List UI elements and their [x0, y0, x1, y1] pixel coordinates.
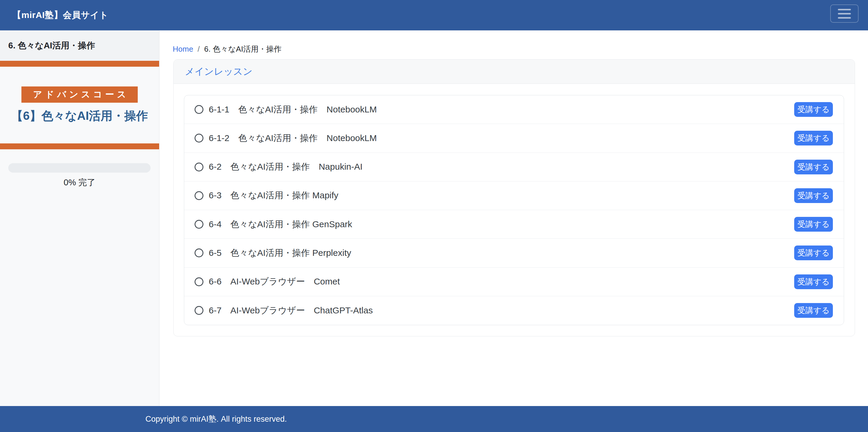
card-header: メインレッスン [174, 60, 855, 84]
lesson-title: 6-7 AI-Webブラウザー ChatGPT-Atlas [209, 304, 373, 317]
progress-bar [8, 163, 151, 173]
course-badge: アドバンスコース [21, 87, 138, 103]
breadcrumb-separator: / [197, 44, 199, 54]
lesson-row: 6-4 色々なAI活用・操作 GenSpark受講する [184, 210, 844, 239]
attend-button[interactable]: 受講する [794, 188, 833, 203]
lesson-title: 6-2 色々なAI活用・操作 Napukin-AI [209, 161, 363, 173]
sidebar-divider-bottom [0, 143, 159, 149]
sidebar-divider-top [0, 61, 159, 67]
lesson-title: 6-3 色々なAI活用・操作 Mapify [209, 190, 338, 202]
sidebar-chapter-heading: 6. 色々なAI活用・操作 [0, 30, 159, 61]
attend-button[interactable]: 受講する [794, 274, 833, 289]
lesson-title: 6-1-1 色々なAI活用・操作 NotebookLM [209, 104, 377, 116]
lesson-status-circle-icon[interactable] [194, 105, 204, 114]
lesson-status-circle-icon[interactable] [194, 220, 204, 229]
sidebar: 6. 色々なAI活用・操作 アドバンスコース 【6】色々なAI活用・操作 0% … [0, 30, 159, 406]
attend-button[interactable]: 受講する [794, 303, 833, 318]
lesson-row: 6-2 色々なAI活用・操作 Napukin-AI受講する [184, 153, 844, 181]
attend-button[interactable]: 受講する [794, 217, 833, 232]
progress-label: 0% 完了 [0, 177, 159, 189]
lesson-row: 6-3 色々なAI活用・操作 Mapify受講する [184, 181, 844, 210]
lesson-title: 6-1-2 色々なAI活用・操作 NotebookLM [209, 132, 377, 144]
navbar-brand[interactable]: 【mirAI塾】会員サイト [12, 9, 108, 21]
lesson-row: 6-5 色々なAI活用・操作 Perplexity受講する [184, 239, 844, 267]
attend-button[interactable]: 受講する [794, 102, 833, 117]
lesson-title: 6-4 色々なAI活用・操作 GenSpark [209, 219, 352, 230]
breadcrumb-current: 6. 色々なAI活用・操作 [204, 44, 282, 54]
lesson-status-circle-icon[interactable] [194, 306, 204, 315]
lesson-title: 6-5 色々なAI活用・操作 Perplexity [209, 247, 351, 259]
lesson-status-circle-icon[interactable] [194, 134, 204, 142]
footer: Copyright © mirAI塾. All rights reserved. [0, 406, 868, 432]
lesson-status-circle-icon[interactable] [194, 163, 204, 171]
lesson-row: 6-1-2 色々なAI活用・操作 NotebookLM受講する [184, 124, 844, 153]
breadcrumb-home-link[interactable]: Home [173, 44, 193, 54]
copyright-text: Copyright © mirAI塾. All rights reserved. [0, 414, 432, 424]
main-content: Home / 6. 色々なAI活用・操作 メインレッスン 6-1-1 色々なAI… [159, 30, 868, 406]
lesson-status-circle-icon[interactable] [194, 248, 204, 257]
course-title: 【6】色々なAI活用・操作 [0, 108, 159, 124]
lessons-card: メインレッスン 6-1-1 色々なAI活用・操作 NotebookLM受講する6… [173, 59, 855, 336]
hamburger-icon [838, 9, 851, 19]
attend-button[interactable]: 受講する [794, 245, 833, 260]
card-header-title: メインレッスン [185, 65, 252, 78]
card-body: 6-1-1 色々なAI活用・操作 NotebookLM受講する6-1-2 色々な… [174, 84, 855, 336]
navbar-toggler-button[interactable] [830, 4, 859, 23]
lesson-status-circle-icon[interactable] [194, 277, 204, 286]
lesson-title: 6-6 AI-Webブラウザー Comet [209, 276, 340, 288]
lesson-row: 6-6 AI-Webブラウザー Comet受講する [184, 268, 844, 296]
attend-button[interactable]: 受講する [794, 131, 833, 145]
lesson-status-circle-icon[interactable] [194, 191, 204, 200]
breadcrumb: Home / 6. 色々なAI活用・操作 [173, 44, 282, 54]
attend-button[interactable]: 受講する [794, 160, 833, 174]
lesson-list: 6-1-1 色々なAI活用・操作 NotebookLM受講する6-1-2 色々な… [184, 95, 844, 325]
lesson-row: 6-1-1 色々なAI活用・操作 NotebookLM受講する [184, 95, 844, 124]
lesson-row: 6-7 AI-Webブラウザー ChatGPT-Atlas受講する [184, 296, 844, 325]
navbar: 【mirAI塾】会員サイト [0, 0, 868, 30]
